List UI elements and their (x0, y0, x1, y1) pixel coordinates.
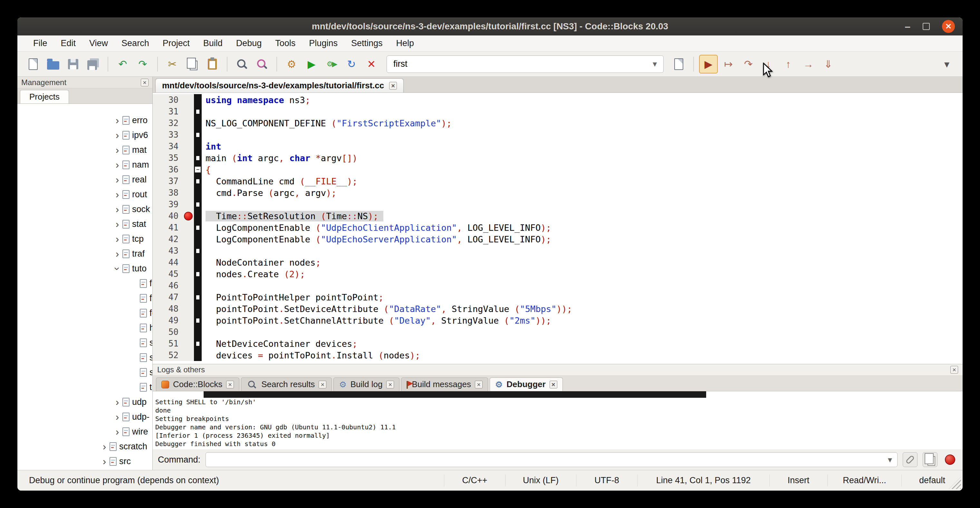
fold-margin[interactable] (194, 326, 202, 338)
breakpoint-margin[interactable] (182, 94, 194, 106)
breakpoint-margin[interactable] (182, 256, 194, 268)
fold-margin[interactable] (194, 280, 202, 291)
code-line[interactable]: 31 (153, 106, 963, 117)
close-icon[interactable]: × (386, 381, 394, 389)
close-icon[interactable]: × (141, 79, 148, 86)
code-line[interactable]: 51 NetDeviceContainer devices; (153, 338, 963, 349)
code-area[interactable]: 30using namespace ns3;3132NS_LOG_COMPONE… (153, 93, 963, 364)
tree-item[interactable]: ›tcp (18, 231, 153, 246)
breakpoint-margin[interactable] (182, 117, 194, 129)
chevron-right-icon[interactable]: › (113, 159, 122, 171)
abort-build-button[interactable]: ✕ (362, 55, 381, 73)
log-tab-debugger[interactable]: ⚙Debugger× (490, 377, 563, 391)
close-icon[interactable]: × (318, 381, 326, 389)
tree-item[interactable]: ›erro (18, 113, 153, 127)
fold-margin[interactable] (194, 245, 202, 256)
fold-margin[interactable] (194, 268, 202, 280)
log-tab-build-log[interactable]: ⚙Build log× (333, 377, 399, 391)
fold-margin[interactable] (194, 187, 202, 199)
editor-tab-first-cc[interactable]: mnt/dev/tools/source/ns-3-dev/examples/t… (155, 78, 404, 92)
breakpoint-margin[interactable] (182, 106, 194, 117)
code-line[interactable]: 45 nodes.Create (2); (153, 268, 963, 280)
breakpoint-margin[interactable] (182, 326, 194, 338)
breakpoint-margin[interactable] (182, 349, 194, 361)
chevron-right-icon[interactable]: › (113, 411, 122, 423)
breakpoint-margin[interactable] (182, 303, 194, 315)
chevron-right-icon[interactable]: › (113, 233, 122, 245)
fold-margin[interactable] (194, 303, 202, 315)
fold-margin[interactable] (194, 152, 202, 164)
paste-button[interactable] (203, 55, 222, 73)
code-line[interactable]: 48 pointToPoint.SetDeviceAttribute ("Dat… (153, 303, 963, 315)
chevron-right-icon[interactable]: › (113, 144, 122, 156)
breakpoint-icon[interactable] (184, 212, 192, 220)
breakpoint-margin[interactable] (182, 291, 194, 303)
run-button[interactable]: ▶ (302, 55, 321, 73)
tree-item[interactable]: ›fir (18, 291, 153, 306)
code-line[interactable]: 47 PointToPointHelper pointToPoint; (153, 291, 963, 303)
tree-item[interactable]: ›traf (18, 246, 153, 261)
breakpoint-margin[interactable] (182, 164, 194, 175)
cut-button[interactable]: ✂ (163, 55, 182, 73)
tree-item[interactable]: ›se (18, 335, 153, 350)
fold-margin[interactable] (194, 256, 202, 268)
tree-item[interactable]: ›scratch (18, 439, 153, 454)
code-line[interactable]: 35main (int argc, char *argv[]) (153, 152, 963, 164)
save-button[interactable] (64, 55, 83, 73)
breakpoint-margin[interactable] (182, 175, 194, 187)
close-icon[interactable]: × (475, 381, 483, 389)
breakpoint-margin[interactable] (182, 129, 194, 140)
attach-button[interactable] (903, 452, 918, 467)
code-line[interactable]: 37 CommandLine cmd (__FILE__); (153, 175, 963, 187)
tree-item[interactable]: ›src (18, 454, 153, 469)
close-icon[interactable]: × (389, 82, 397, 89)
menu-item-view[interactable]: View (83, 35, 115, 51)
stop-debugger-button[interactable] (943, 452, 958, 467)
tree-item[interactable]: ›fif (18, 276, 153, 291)
tree-item[interactable]: ›udp (18, 395, 153, 409)
fold-margin[interactable] (194, 129, 202, 140)
breakpoint-margin[interactable] (182, 280, 194, 291)
menu-item-edit[interactable]: Edit (54, 35, 83, 51)
code-line[interactable]: 32NS_LOG_COMPONENT_DEFINE ("FirstScriptE… (153, 117, 963, 129)
code-line[interactable]: 39 (153, 199, 963, 210)
fold-margin[interactable] (194, 338, 202, 349)
fold-margin[interactable] (194, 199, 202, 210)
chevron-right-icon[interactable]: › (100, 441, 109, 452)
breakpoint-margin[interactable] (182, 187, 194, 199)
chevron-right-icon[interactable]: › (113, 218, 122, 230)
title-bar[interactable]: mnt/dev/tools/source/ns-3-dev/examples/t… (18, 18, 963, 35)
breakpoint-margin[interactable] (182, 338, 194, 349)
chevron-right-icon[interactable]: › (113, 189, 122, 201)
fold-margin[interactable] (194, 140, 202, 152)
breakpoint-margin[interactable] (182, 152, 194, 164)
tree-item[interactable]: ›wire (18, 424, 153, 439)
save-all-button[interactable] (84, 55, 102, 73)
debug-continue-button[interactable]: ▶ (699, 55, 718, 73)
fold-margin[interactable] (194, 222, 202, 233)
chevron-down-icon[interactable]: ▾ (888, 455, 892, 465)
breakpoint-margin[interactable] (182, 268, 194, 280)
chevron-down-icon[interactable]: › (111, 264, 123, 273)
menu-item-search[interactable]: Search (115, 35, 156, 51)
log-tab-code-blocks[interactable]: Code::Blocks× (156, 377, 239, 391)
chevron-right-icon[interactable]: › (113, 396, 122, 408)
menu-item-file[interactable]: File (26, 35, 54, 51)
code-line[interactable]: 43 (153, 245, 963, 256)
redo-button[interactable]: ↷ (134, 55, 152, 73)
chevron-right-icon[interactable]: › (113, 115, 122, 126)
replace-button[interactable] (253, 55, 271, 73)
close-icon[interactable]: × (950, 366, 958, 374)
step-out-button[interactable]: ↑ (779, 55, 798, 73)
code-line[interactable]: 34int (153, 140, 963, 152)
code-line[interactable]: 50 (153, 326, 963, 338)
code-line[interactable]: 44 NodeContainer nodes; (153, 256, 963, 268)
fold-margin[interactable] (194, 210, 202, 222)
fold-collapse-icon[interactable]: − (194, 166, 201, 173)
next-instruction-button[interactable]: → (799, 55, 818, 73)
log-tab-search-results[interactable]: Search results× (241, 377, 332, 391)
undo-button[interactable]: ↶ (113, 55, 132, 73)
chevron-right-icon[interactable]: › (113, 129, 122, 141)
next-line-button[interactable]: ↷ (739, 55, 758, 73)
tree-item[interactable]: ›udp- (18, 409, 153, 424)
